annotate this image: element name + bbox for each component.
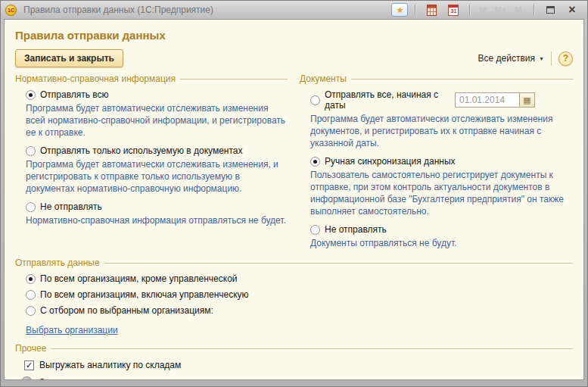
checkbox-label[interactable]: Выгружать аналитику по складам [39,360,181,370]
calendar-icon: 31 [448,5,459,16]
option-description: Нормативно-справочная информация отправл… [26,214,288,226]
option-description: Программа будет автоматически отслеживат… [26,102,288,139]
group-other-title: Прочее [15,343,573,354]
maximize-button[interactable] [541,3,559,17]
titlebar: 1С Правила отправки данных (1С:Предприят… [1,1,587,19]
titlebar-separator [415,5,415,16]
calendar-button[interactable]: 31 [444,3,462,17]
memory-m-plus-button[interactable]: М+ [493,5,509,14]
radio-selected-orgs[interactable] [26,306,36,316]
page-title: Правила отправки данных [15,29,573,42]
toolbar-separator [551,51,552,66]
close-button[interactable]: × [563,3,581,17]
titlebar-separator [534,5,534,16]
option-description: Программа будет автоматически отслеживат… [26,158,288,195]
star-icon: ★ [396,6,403,14]
radio-row-all-orgs-incl-mgmt[interactable]: По всем организациям, включая управленче… [26,289,573,300]
all-actions-button[interactable]: Все действия ▼ [478,53,544,64]
radio-row-nsi-send-all[interactable]: Отправлять всю [26,89,288,100]
calculator-button[interactable] [422,3,440,17]
group-nsi: Нормативно-справочная информация Отправл… [15,73,288,256]
radio-label[interactable]: По всем организациям, кроме управленческ… [40,273,238,284]
radio-label[interactable]: Не отправлять [40,201,102,212]
checkbox-row-export-analytics[interactable]: ✓ Выгружать аналитику по складам [24,360,573,370]
radio-row-docs-dont-send[interactable]: Не отправлять [310,224,573,235]
group-send-data: Отправлять данные По всем организациям, … [15,257,573,342]
radio-docs-send-from-date[interactable] [310,95,320,105]
option-description: Документы отправляться не будут. [310,237,573,249]
chevron-down-icon: ▼ [539,56,544,61]
radio-row-docs-send-from-date[interactable]: Отправлять все, начиная с даты ▦ [310,89,573,111]
date-field-group: ▦ [455,92,535,108]
radio-label[interactable]: Не отправлять [325,224,387,235]
select-organizations-link[interactable]: Выбрать организации [26,325,118,336]
favorites-button[interactable]: ★ [391,3,408,17]
info-text: Ограничить изменение данных можно с помо… [39,377,427,381]
start-date-input[interactable] [455,92,520,108]
radio-all-orgs-incl-mgmt[interactable] [26,290,36,300]
radio-label[interactable]: По всем организациям, включая управленче… [40,289,249,300]
check-icon: ✓ [26,361,33,370]
radio-nsi-used-only[interactable] [26,146,36,156]
radio-all-orgs-except-mgmt[interactable] [26,274,36,284]
save-and-close-button[interactable]: Записать и закрыть [15,49,123,67]
info-icon: i [21,376,33,380]
group-nsi-title: Нормативно-справочная информация [15,73,288,84]
calculator-icon [427,5,437,16]
radio-label[interactable]: Отправлять всю [40,89,109,100]
radio-row-nsi-used-only[interactable]: Отправлять только используемую в докумен… [26,145,288,156]
window-title: Правила отправки данных (1С:Предприятие) [23,5,387,15]
date-picker-icon: ▦ [523,96,530,105]
radio-docs-dont-send[interactable] [310,225,320,235]
option-description: Программа будет автоматически отслеживат… [310,113,573,149]
radio-label[interactable]: С отбором по выбранным организациям: [40,305,213,316]
group-documents: Документы Отправлять все, начиная с даты… [300,73,573,256]
export-analytics-checkbox[interactable]: ✓ [24,360,34,370]
radio-row-docs-manual-sync[interactable]: Ручная синхронизация данных [310,156,573,167]
help-icon: ? [563,53,568,64]
1c-app-icon: 1С [5,5,17,16]
all-actions-label: Все действия [478,53,535,64]
radio-label[interactable]: Ручная синхронизация данных [325,156,456,167]
toolbar: Записать и закрыть Все действия ▼ ? [15,49,573,67]
option-description: Пользователь самостоятельно регистрирует… [310,169,573,217]
radio-row-all-orgs-except-mgmt[interactable]: По всем организациям, кроме управленческ… [26,273,573,284]
two-column-area: Нормативно-справочная информация Отправл… [15,73,573,256]
radio-nsi-dont-send[interactable] [26,202,36,212]
close-icon: × [568,4,575,16]
radio-row-nsi-dont-send[interactable]: Не отправлять [26,201,288,212]
form-content: Правила отправки данных Записать и закры… [4,19,584,380]
info-row: i Ограничить изменение данных можно с по… [21,376,573,380]
group-documents-title: Документы [300,73,573,84]
radio-label[interactable]: Отправлять только используемую в докумен… [40,145,243,156]
radio-label[interactable]: Отправлять все, начиная с даты [325,89,450,111]
memory-m-minus-button[interactable]: М- [512,5,527,14]
group-other: Прочее ✓ Выгружать аналитику по складам … [15,343,573,380]
maximize-icon [546,6,555,14]
date-picker-button[interactable]: ▦ [520,92,535,108]
help-button[interactable]: ? [558,51,573,66]
memory-m-button[interactable]: М [477,5,488,14]
titlebar-separator [469,5,470,16]
radio-row-selected-orgs[interactable]: С отбором по выбранным организациям: [26,305,573,316]
radio-docs-manual-sync[interactable] [310,157,320,167]
radio-nsi-send-all[interactable] [26,90,36,100]
group-send-data-title: Отправлять данные [15,257,573,268]
app-window: 1С Правила отправки данных (1С:Предприят… [0,0,588,387]
